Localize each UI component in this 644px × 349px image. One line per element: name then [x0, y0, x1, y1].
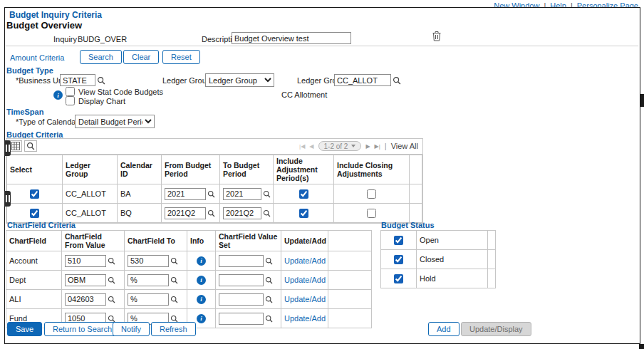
ledger-group-input[interactable]	[334, 74, 391, 86]
lookup-icon[interactable]	[108, 296, 115, 303]
lookup-icon[interactable]	[265, 257, 273, 265]
from-budget-period-input[interactable]	[165, 188, 206, 200]
lookup-icon[interactable]	[263, 190, 271, 198]
lookup-icon[interactable]	[108, 315, 115, 323]
lookup-icon[interactable]	[207, 209, 215, 217]
lookup-icon[interactable]	[170, 315, 178, 323]
amount-criteria-link[interactable]: Amount Criteria	[10, 53, 64, 62]
ledger-group-set-select[interactable]: Ledger Group	[205, 73, 274, 87]
type-of-calendar-select[interactable]: Detail Budget Period	[75, 115, 155, 128]
include-closing-checkbox[interactable]	[367, 189, 376, 199]
update-add-link[interactable]: Update/Add	[284, 295, 326, 303]
select-row-checkbox[interactable]	[30, 189, 39, 199]
notify-button[interactable]: Notify	[113, 322, 150, 336]
col-include-closing: Include Closing Adjustments	[334, 155, 410, 184]
chartfield-value-set-input[interactable]	[219, 293, 264, 306]
chartfield-from-input[interactable]	[65, 293, 106, 306]
prev-page-icon[interactable]: ◀	[309, 143, 313, 150]
include-adjustment-checkbox[interactable]	[299, 209, 308, 218]
chartfield-to-input[interactable]	[128, 293, 169, 306]
lookup-icon[interactable]	[207, 190, 215, 198]
lookup-icon[interactable]	[170, 276, 178, 284]
update-display-button[interactable]: Update/Display	[461, 322, 531, 336]
view-stat-checkbox[interactable]	[66, 87, 75, 96]
lookup-icon[interactable]	[265, 276, 273, 284]
from-budget-period-input[interactable]	[165, 207, 206, 219]
to-budget-period-input[interactable]	[223, 188, 261, 200]
return-to-search-button[interactable]: Return to Search	[44, 322, 120, 336]
include-adjustment-checkbox[interactable]	[299, 189, 308, 199]
delete-icon[interactable]	[432, 31, 441, 43]
info-icon[interactable]: i	[197, 314, 206, 323]
business-unit-lookup-icon[interactable]	[97, 76, 105, 85]
info-icon[interactable]: i	[197, 276, 206, 285]
collapse-handle[interactable]	[4, 191, 11, 207]
lookup-icon[interactable]	[265, 315, 273, 323]
ledger-group-lookup-icon[interactable]	[393, 76, 401, 85]
budget-status-checkbox[interactable]	[394, 236, 403, 245]
add-button[interactable]: Add	[428, 322, 459, 336]
chartfield-to-input[interactable]	[128, 255, 169, 267]
budget-status-checkbox[interactable]	[394, 255, 403, 264]
col-to-budget-period: To Budget Period	[220, 155, 274, 184]
view-all-link[interactable]: View All	[391, 142, 418, 150]
grid-find-icon[interactable]	[24, 140, 37, 152]
blank-cell	[328, 271, 372, 290]
include-closing-checkbox[interactable]	[367, 209, 376, 218]
reset-button[interactable]: Reset	[162, 50, 200, 64]
blank-cell	[488, 269, 496, 288]
lookup-icon[interactable]	[108, 257, 115, 265]
budget-status-grid: Open Closed Hold	[380, 230, 496, 288]
col-update-add: Update/Add	[281, 231, 328, 251]
blank-cell	[410, 204, 422, 223]
budget-status-checkbox[interactable]	[394, 274, 403, 283]
info-icon[interactable]: i	[197, 256, 206, 266]
lookup-icon[interactable]	[170, 296, 178, 303]
first-page-icon[interactable]: |◀	[299, 143, 305, 150]
info-icon[interactable]: i	[53, 90, 63, 100]
display-chart-checkbox[interactable]	[66, 96, 75, 105]
save-button[interactable]: Save	[7, 322, 42, 336]
chartfield-row: Account i Update/Add	[6, 251, 372, 271]
resize-corner	[639, 344, 644, 349]
refresh-button[interactable]: Refresh	[151, 322, 196, 336]
lookup-icon[interactable]	[265, 296, 273, 303]
next-page-icon[interactable]: ▶	[365, 143, 370, 150]
last-page-icon[interactable]: ▶|	[375, 143, 380, 150]
lookup-icon[interactable]	[263, 209, 271, 217]
update-add-link[interactable]: Update/Add	[284, 314, 326, 323]
type-of-calendar-label: *Type of Calendar	[16, 118, 78, 126]
chartfield-value-set-input[interactable]	[219, 313, 264, 325]
section-divider	[5, 46, 638, 46]
budget-status-row: Closed	[381, 250, 496, 269]
page-range-dropdown[interactable]: 1-2 of 2	[318, 141, 362, 151]
collapse-handle[interactable]	[4, 140, 11, 156]
search-button[interactable]: Search	[80, 50, 122, 64]
chartfield-grid: ChartField ChartField From Value ChartFi…	[6, 230, 372, 328]
col-chartfield-from: ChartField From Value	[62, 231, 125, 251]
blank-cell	[328, 309, 372, 328]
budget-status-row: Open	[381, 231, 496, 250]
description-input[interactable]	[232, 32, 351, 44]
update-add-link[interactable]: Update/Add	[284, 256, 326, 265]
lookup-icon[interactable]	[170, 257, 178, 265]
chartfield-to-input[interactable]	[128, 274, 169, 286]
clear-button[interactable]: Clear	[123, 50, 159, 64]
chartfield-from-input[interactable]	[65, 274, 106, 286]
budget-status-row: Hold	[381, 269, 496, 288]
business-unit-field	[60, 74, 105, 86]
chartfield-criteria-heading: ChartField Criteria	[7, 221, 76, 229]
info-icon[interactable]: i	[197, 295, 206, 304]
select-row-checkbox[interactable]	[30, 209, 39, 218]
chartfield-value-set-input[interactable]	[219, 274, 264, 286]
chartfield-from-input[interactable]	[65, 255, 106, 267]
scrollbar-thumb[interactable]	[640, 94, 644, 107]
budget-criteria-table: Select Ledger Group Calendar ID From Bud…	[6, 155, 422, 223]
budget-type-heading: Budget Type	[6, 66, 53, 75]
lookup-icon[interactable]	[108, 276, 115, 284]
update-add-link[interactable]: Update/Add	[284, 276, 326, 284]
chartfield-value-set-input[interactable]	[219, 255, 264, 267]
business-unit-input[interactable]	[60, 74, 95, 86]
to-budget-period-input[interactable]	[223, 207, 261, 219]
grid-personalize-icon[interactable]	[9, 140, 22, 152]
